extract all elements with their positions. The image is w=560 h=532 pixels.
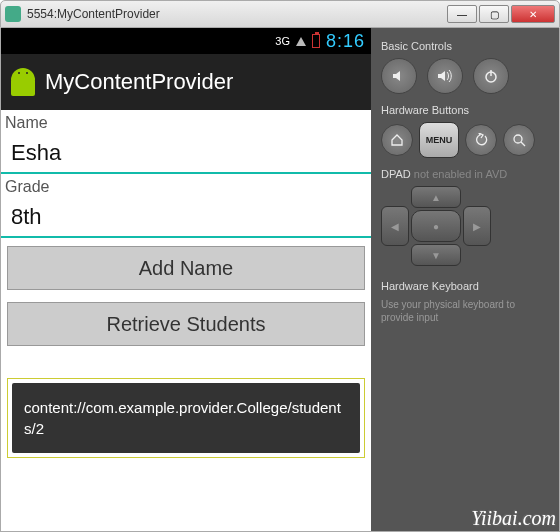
name-input[interactable] [1,134,371,174]
back-button[interactable] [465,124,497,156]
window-controls: — ▢ ✕ [447,5,555,23]
svg-line-3 [521,142,525,146]
menu-button[interactable]: MENU [419,122,459,158]
android-robot-icon [11,68,35,96]
power-button[interactable] [473,58,509,94]
app-title: MyContentProvider [45,69,233,95]
toast-container: content://com.example.provider.College/s… [7,378,365,458]
battery-icon [312,34,320,48]
volume-up-button[interactable] [427,58,463,94]
window-title: 5554:MyContentProvider [27,7,447,21]
hardware-keyboard-title: Hardware Keyboard [381,280,549,292]
basic-controls-title: Basic Controls [381,40,549,52]
svg-point-2 [514,135,522,143]
signal-icon [296,37,306,46]
dpad-center-button[interactable]: ● [411,210,461,242]
clock: 8:16 [326,31,365,52]
app-window-icon [5,6,21,22]
dpad-up-button[interactable]: ▲ [411,186,461,208]
grade-input[interactable] [1,198,371,238]
network-indicator: 3G [275,35,290,47]
dpad-down-button[interactable]: ▼ [411,244,461,266]
dpad: ▲ ▼ ◀ ▶ ● [381,186,491,266]
dpad-left-button[interactable]: ◀ [381,206,409,246]
minimize-button[interactable]: — [447,5,477,23]
volume-down-button[interactable] [381,58,417,94]
hardware-keyboard-note: Use your physical keyboard to provide in… [381,298,549,324]
android-statusbar: 3G 8:16 [1,28,371,54]
app-action-bar: MyContentProvider [1,54,371,110]
grade-label: Grade [1,174,371,198]
dpad-title: DPAD not enabled in AVD [381,168,549,180]
toast-message: content://com.example.provider.College/s… [12,383,360,453]
maximize-button[interactable]: ▢ [479,5,509,23]
device-screen: 3G 8:16 MyContentProvider Name Grade Add… [1,28,371,531]
emulator-frame: 3G 8:16 MyContentProvider Name Grade Add… [0,28,560,532]
add-name-button[interactable]: Add Name [7,246,365,290]
watermark: Yiibai.com [471,507,556,530]
name-label: Name [1,110,371,134]
home-button[interactable] [381,124,413,156]
dpad-right-button[interactable]: ▶ [463,206,491,246]
hardware-buttons-title: Hardware Buttons [381,104,549,116]
app-content: Name Grade Add Name Retrieve Students co… [1,110,371,531]
retrieve-students-button[interactable]: Retrieve Students [7,302,365,346]
search-button[interactable] [503,124,535,156]
window-titlebar: 5554:MyContentProvider — ▢ ✕ [0,0,560,28]
emulator-control-panel: Basic Controls Hardware Buttons MENU DPA… [371,28,559,531]
close-button[interactable]: ✕ [511,5,555,23]
